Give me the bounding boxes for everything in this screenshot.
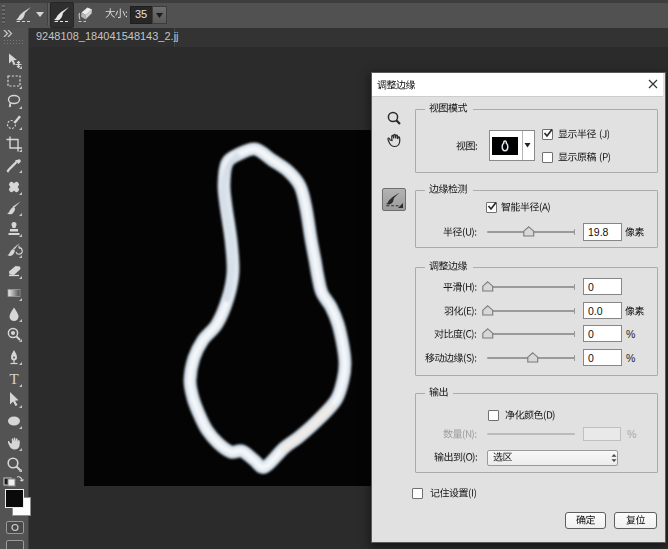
svg-text:T: T <box>9 371 18 387</box>
